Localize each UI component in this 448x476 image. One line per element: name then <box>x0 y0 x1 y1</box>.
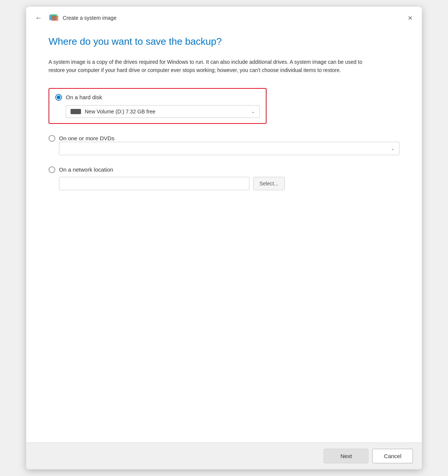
page-description: A system image is a copy of the drives r… <box>49 58 370 75</box>
hard-disk-label: On a hard disk <box>66 94 102 100</box>
network-label: On a network location <box>59 166 113 173</box>
page-heading: Where do you want to save the backup? <box>49 36 399 47</box>
back-button[interactable]: ← <box>32 13 45 24</box>
network-select-button[interactable]: Select... <box>253 177 285 190</box>
drive-icon <box>71 109 81 114</box>
close-button[interactable]: ✕ <box>404 12 416 24</box>
hard-disk-dropdown-value: New Volume (D:) 7.32 GB free <box>85 109 155 115</box>
dvd-option[interactable]: On one or more DVDs <box>49 135 399 142</box>
title-bar: ← Create a system image ✕ <box>26 7 422 25</box>
hard-disk-dropdown-content: New Volume (D:) 7.32 GB free <box>71 109 155 115</box>
window-title: Create a system image <box>63 15 116 21</box>
main-window: ← Create a system image ✕ Where do you w… <box>26 7 422 469</box>
main-content: Where do you want to save the backup? A … <box>26 25 422 442</box>
network-input[interactable] <box>59 177 249 190</box>
footer: Next Cancel <box>26 442 422 469</box>
svg-rect-2 <box>52 16 58 21</box>
dvd-label: On one or more DVDs <box>59 135 114 141</box>
next-button[interactable]: Next <box>324 449 368 463</box>
title-bar-left: ← Create a system image <box>32 13 116 24</box>
hard-disk-section: On a hard disk New Volume (D:) 7.32 GB f… <box>49 88 399 124</box>
network-option[interactable]: On a network location <box>49 166 399 173</box>
network-input-row: Select... <box>59 177 399 190</box>
hard-disk-radio[interactable] <box>55 94 62 101</box>
network-radio[interactable] <box>49 166 55 173</box>
dvd-radio[interactable] <box>49 135 55 142</box>
radio-selected-dot <box>57 95 60 99</box>
hard-disk-dropdown[interactable]: New Volume (D:) 7.32 GB free ⌄ <box>66 105 260 118</box>
hard-disk-selected-box: On a hard disk New Volume (D:) 7.32 GB f… <box>49 88 267 124</box>
dvd-section: On one or more DVDs ⌄ <box>49 135 399 155</box>
network-section: On a network location Select... <box>49 166 399 190</box>
cancel-button[interactable]: Cancel <box>372 449 413 463</box>
hard-disk-option[interactable]: On a hard disk <box>55 94 260 101</box>
dvd-chevron-icon: ⌄ <box>391 146 395 151</box>
window-icon <box>49 13 59 23</box>
hard-disk-chevron-icon: ⌄ <box>251 109 255 114</box>
dvd-dropdown[interactable]: ⌄ <box>59 142 399 155</box>
